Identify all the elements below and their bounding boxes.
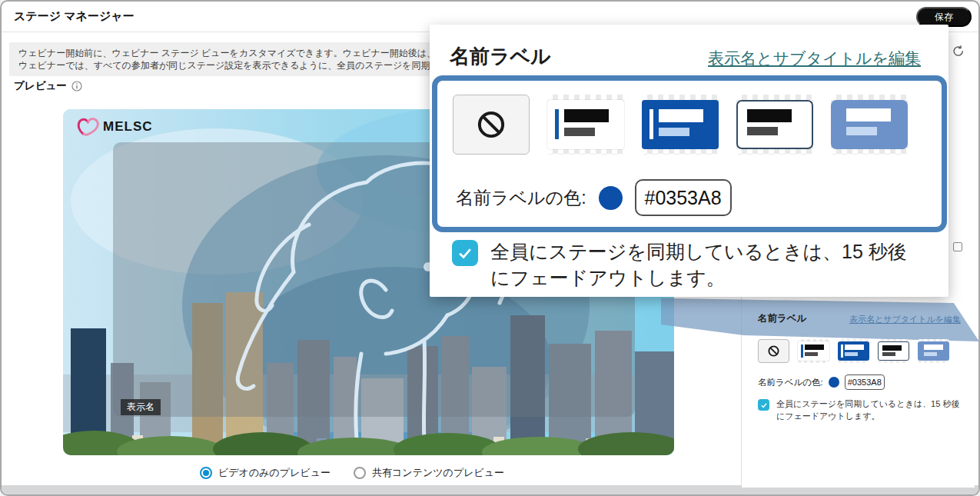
display-name-tag: 表示名	[121, 399, 161, 415]
popup-title: 名前ラベル	[450, 43, 551, 70]
resize-icon[interactable]	[953, 242, 962, 251]
page-title: ステージ マネージャー	[14, 9, 135, 24]
popup-label-color-row: 名前ラベルの色:	[456, 179, 732, 216]
label-style-option-light-accent[interactable]	[798, 339, 829, 363]
edit-display-name-link[interactable]: 表示名とサブタイトルを編集	[849, 314, 961, 325]
label-style-option-none[interactable]	[758, 339, 789, 363]
popup-style-option-light-accent[interactable]	[547, 95, 624, 155]
name-label-popup: 名前ラベル 表示名とサブタイトルを編集	[430, 25, 948, 297]
popup-color-hex-input[interactable]	[635, 179, 732, 216]
radio-shared-content[interactable]: 共有コンテンツのプレビュー	[354, 466, 504, 480]
popup-color-label: 名前ラベルの色:	[456, 186, 586, 210]
popup-edit-display-name-link[interactable]: 表示名とサブタイトルを編集	[708, 48, 921, 69]
info-icon[interactable]	[71, 81, 82, 92]
radio-unselected-icon[interactable]	[354, 467, 366, 479]
popup-label-style-options	[453, 95, 908, 155]
name-label-title: 名前ラベル	[758, 312, 806, 325]
label-color-row: 名前ラベルの色:	[758, 374, 885, 390]
preview-label-text: プレビュー	[14, 79, 67, 93]
popup-style-option-none[interactable]	[453, 95, 530, 155]
sync-fadeout-text: 全員にステージを同期しているときは、15 秒後 にフェードアウトします。	[776, 398, 959, 422]
popup-color-swatch[interactable]	[599, 186, 623, 210]
color-hex-input[interactable]	[845, 374, 885, 390]
block-icon	[767, 345, 780, 358]
refresh-icon[interactable]	[951, 45, 965, 58]
label-color-label: 名前ラベルの色:	[758, 377, 823, 388]
radio-selected-icon[interactable]	[200, 467, 212, 479]
check-icon	[457, 245, 473, 261]
preview-mode-radios: ビデオのみのプレビュー 共有コンテンツのプレビュー	[200, 466, 504, 480]
highlight-box: 名前ラベルの色:	[432, 75, 947, 232]
check-icon	[760, 401, 768, 409]
brand-logo: MELSC	[77, 117, 153, 137]
popup-style-option-bordered[interactable]	[736, 95, 813, 155]
brand-name: MELSC	[103, 119, 153, 135]
label-style-option-filled[interactable]	[838, 339, 869, 363]
sync-fadeout-checkbox[interactable]	[758, 399, 769, 411]
popup-sync-fadeout-row: 全員にステージを同期しているときは、15 秒後 にフェードアウトします。	[452, 238, 907, 291]
popup-style-option-translucent[interactable]	[831, 95, 908, 155]
heart-logo-icon	[77, 117, 100, 137]
popup-sync-fadeout-checkbox[interactable]	[452, 240, 478, 266]
popup-style-option-filled[interactable]	[642, 95, 719, 155]
label-style-option-bordered[interactable]	[878, 339, 909, 363]
radio-video-only[interactable]: ビデオのみのプレビュー	[200, 466, 331, 480]
popup-sync-fadeout-text: 全員にステージを同期しているときは、15 秒後 にフェードアウトします。	[490, 238, 907, 291]
stage-manager-window: ステージ マネージャー 保存 ウェビナー開始前に、ウェビナー ステージ ビューを…	[0, 0, 980, 496]
color-swatch[interactable]	[829, 377, 839, 388]
block-icon	[475, 108, 507, 141]
preview-section-label: プレビュー	[14, 79, 82, 93]
sync-fadeout-row: 全員にステージを同期しているときは、15 秒後 にフェードアウトします。	[758, 398, 959, 422]
label-style-option-translucent[interactable]	[918, 339, 949, 363]
label-style-options	[758, 339, 949, 363]
